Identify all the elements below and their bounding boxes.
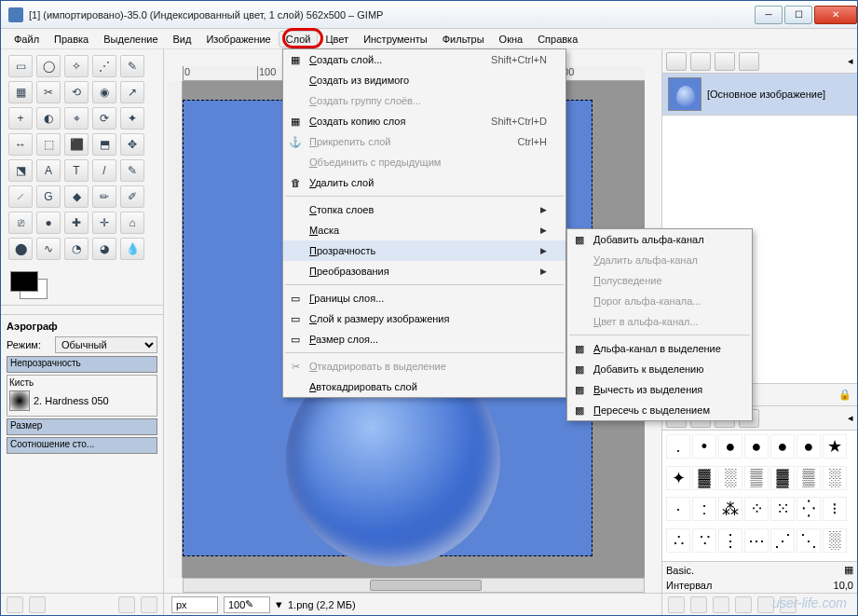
brush-item[interactable]: ⋱ [797,528,821,553]
tool-button[interactable]: ✛ [92,212,116,234]
tool-button[interactable]: / [92,159,116,182]
brush-item[interactable]: ░ [823,528,847,553]
tool-button[interactable]: A [36,159,61,182]
menu-item[interactable]: ▩Добавить к выделению [567,359,752,379]
brush-item[interactable]: ⁂ [718,497,742,521]
tool-button[interactable]: T [64,159,89,182]
horizontal-scrollbar[interactable] [183,578,645,593]
fg-color[interactable] [10,271,38,292]
unit-select[interactable]: px [171,596,218,613]
tool-button[interactable]: ✐ [120,185,144,208]
menu-item[interactable]: ▭Слой к размеру изображения [283,308,565,329]
menu-Файл[interactable]: Файл [7,31,47,48]
transparency-submenu[interactable]: ▩Добавить альфа-каналУдалить альфа-канал… [566,228,753,421]
brush-item[interactable]: ● [770,434,795,459]
tab-icon[interactable] [715,52,735,71]
tool-button[interactable]: ⟳ [92,107,116,130]
tool-button[interactable]: G [36,185,61,208]
titlebar[interactable]: [1] (импортировано)-35.0 (Индексированны… [1,1,857,29]
tool-button[interactable]: ◕ [92,238,116,260]
tool-button[interactable]: ◐ [36,107,61,130]
tool-button[interactable]: ✂ [36,81,61,103]
menu-item[interactable]: Преобразования▶ [283,261,565,281]
tool-button[interactable]: ↗ [120,81,144,103]
tool-button[interactable]: ◉ [92,81,116,103]
menu-Цвет[interactable]: Цвет [318,31,356,48]
zoom-field[interactable]: 100✎ [224,596,270,613]
menu-item[interactable]: ▭Границы слоя... [283,288,565,308]
brush-item[interactable]: ⁙ [770,497,795,521]
bottom-icon[interactable] [7,596,23,613]
brush-item[interactable]: ● [744,434,769,459]
bottom-icon[interactable] [690,596,707,613]
brush-item[interactable]: . [666,434,690,459]
tool-button[interactable]: ⬔ [8,159,33,182]
layer-thumbnail[interactable] [668,77,701,111]
tab-icon[interactable] [690,52,711,71]
layer-row[interactable]: [Основное изображение] [662,74,857,116]
menu-item[interactable]: Маска▶ [283,220,565,240]
menu-Справка[interactable]: Справка [530,31,585,48]
menu-item[interactable]: 🗑Удалить слой [283,172,565,193]
tool-button[interactable]: ✦ [120,107,144,130]
brush-item[interactable]: ★ [823,434,847,459]
color-swatch[interactable] [10,271,48,299]
brush-item[interactable]: ▓ [770,466,795,490]
size-slider[interactable]: Размер [7,418,157,435]
brush-item[interactable]: ▓ [692,466,716,490]
tool-button[interactable]: ▭ [8,55,33,77]
tool-button[interactable]: ⬛ [64,133,89,156]
close-button[interactable]: ✕ [814,6,857,24]
brush-item[interactable]: ⋰ [770,528,795,553]
brush-item[interactable]: · [666,497,690,521]
tool-button[interactable]: ✥ [120,133,144,156]
menu-item[interactable]: ▩Добавить альфа-канал [567,229,752,250]
brush-item[interactable]: • [692,434,716,459]
brush-item[interactable]: ░ [823,466,847,490]
menu-Инструменты[interactable]: Инструменты [356,31,435,48]
tab-menu-icon[interactable]: ◂ [848,412,853,424]
lock-icon[interactable]: 🔒 [838,389,851,401]
tool-button[interactable]: + [8,107,33,130]
tool-button[interactable]: ● [36,212,61,234]
menu-Вид[interactable]: Вид [166,31,199,48]
menu-item[interactable]: Создать из видимого [283,70,565,90]
bottom-icon[interactable] [29,596,46,613]
menu-item[interactable]: ▩Пересечь с выделением [567,400,752,420]
bottom-icon[interactable] [118,596,135,613]
menu-item[interactable]: Автокадрировать слой [283,376,565,397]
brush-item[interactable]: ⁝ [823,497,847,521]
brush-item[interactable]: ▒ [744,466,769,490]
tool-button[interactable]: ◔ [64,238,89,260]
menu-Окна[interactable]: Окна [492,31,531,48]
tool-button[interactable]: ⟲ [64,81,89,103]
tool-button[interactable]: ✏ [92,185,116,208]
menu-item[interactable]: ▩Альфа-канал в выделение [567,338,752,359]
brush-item[interactable]: ⁛ [797,497,821,521]
menu-Слой[interactable]: Слой [279,31,319,48]
menu-item[interactable]: ▦Создать слой...Shift+Ctrl+N [283,49,565,70]
menu-Изображение[interactable]: Изображение [198,31,278,48]
brush-item[interactable]: : [692,497,716,521]
brush-item[interactable]: ▒ [797,466,821,490]
brush-preview[interactable] [9,390,30,411]
tool-button[interactable]: ⬚ [36,133,61,156]
ratio-slider[interactable]: Соотношение сто... [7,437,157,454]
tab-icon[interactable] [739,52,759,71]
brush-item[interactable]: ● [797,434,821,459]
bottom-icon[interactable] [668,596,685,613]
opacity-slider[interactable]: Непрозрачность [7,356,157,373]
menu-item[interactable]: ▩Вычесть из выделения [567,379,752,400]
brush-item[interactable]: ░ [718,466,742,490]
brush-item[interactable]: ✦ [666,466,690,490]
brush-item[interactable]: ● [718,434,742,459]
tool-button[interactable]: ◆ [64,185,89,208]
brush-item[interactable]: ⁘ [744,497,769,521]
menu-Фильтры[interactable]: Фильтры [435,31,492,48]
menu-item[interactable]: Прозрачность▶ [283,240,565,261]
tab-menu-icon[interactable]: ◂ [848,55,853,67]
tool-button[interactable]: ✎ [120,55,144,77]
menu-item[interactable]: ▦Создать копию слояShift+Ctrl+D [283,111,565,131]
brush-item[interactable]: ⋯ [744,528,769,553]
tool-button[interactable]: ◯ [36,55,61,77]
